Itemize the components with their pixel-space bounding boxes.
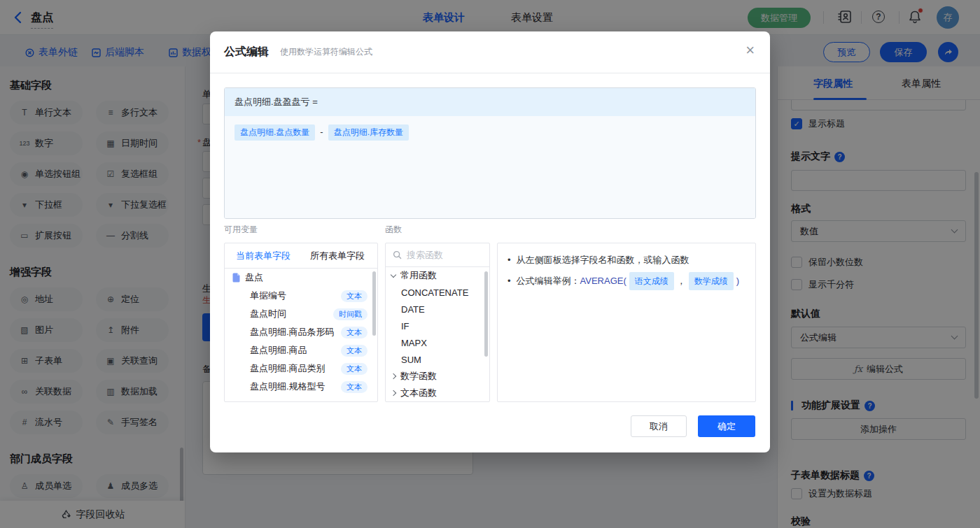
functions-panel-label: 函数 bbox=[385, 224, 402, 236]
function-group-math[interactable]: 数学函数 bbox=[386, 368, 489, 385]
formula-field-chip[interactable]: 盘点明细.盘点数量 bbox=[234, 124, 315, 141]
modal-title: 公式编辑 bbox=[224, 45, 269, 59]
chevron-right-icon bbox=[391, 373, 396, 379]
formula-edit-modal: 公式编辑 使用数学运算符编辑公式 × 盘点明细.盘盈盘亏 = 盘点明细.盘点数量… bbox=[210, 31, 770, 452]
chevron-down-icon bbox=[391, 271, 396, 277]
variables-tabs: 当前表单字段 所有表单字段 bbox=[225, 243, 377, 269]
variable-item[interactable]: 单据编号文本 bbox=[225, 287, 377, 305]
variable-item[interactable]: 盘点明细.规格型号文本 bbox=[225, 378, 377, 396]
modal-subtitle: 使用数学运算符编辑公式 bbox=[280, 46, 372, 58]
hints-panel: 从左侧面板选择字段名和函数，或输入函数 公式编辑举例： AVERAGE( 语文成… bbox=[497, 243, 756, 402]
variable-item[interactable]: 盘点时间时间戳 bbox=[225, 305, 377, 323]
formula-operator: - bbox=[320, 124, 323, 137]
hint-example-function-close: ) bbox=[736, 274, 739, 288]
function-item[interactable]: DATE bbox=[386, 301, 489, 317]
variable-type-badge: 时间戳 bbox=[333, 308, 368, 320]
hint-example-comma: ， bbox=[677, 274, 686, 288]
hint-line-1: 从左侧面板选择字段名和函数，或输入函数 bbox=[506, 253, 747, 267]
function-item[interactable]: CONCATENATE bbox=[386, 284, 489, 301]
function-item[interactable]: IF bbox=[386, 317, 489, 334]
function-search-placeholder: 搜索函数 bbox=[407, 249, 443, 262]
search-icon bbox=[393, 250, 402, 259]
hint-example-prefix: 公式编辑举例： bbox=[517, 274, 580, 288]
variable-type-badge: 文本 bbox=[341, 290, 368, 302]
function-name: CONCATENATE bbox=[401, 287, 468, 298]
function-group-label: 文本函数 bbox=[400, 387, 437, 399]
variable-type-badge: 文本 bbox=[341, 327, 368, 338]
variable-name: 盘点时间 bbox=[250, 308, 286, 320]
variables-scrollbar-thumb[interactable] bbox=[372, 271, 376, 336]
function-item[interactable]: MAPX bbox=[386, 334, 489, 351]
form-document-icon bbox=[232, 273, 241, 283]
variable-type-badge: 文本 bbox=[341, 345, 368, 357]
function-group-label: 常用函数 bbox=[400, 269, 437, 282]
function-name: IF bbox=[401, 321, 410, 331]
formula-field-chip[interactable]: 盘点明细.库存数量 bbox=[328, 124, 409, 141]
variable-name: 盘点明细.商品 bbox=[250, 344, 307, 357]
hint-example-function-open: AVERAGE( bbox=[580, 274, 626, 288]
formula-target: 盘点明细.盘盈盘亏 = bbox=[225, 88, 755, 116]
variable-item[interactable]: 盘点明细.商品条形码文本 bbox=[225, 323, 377, 341]
function-name: MAPX bbox=[401, 338, 427, 348]
hint-text: 从左侧面板选择字段名和函数，或输入函数 bbox=[517, 253, 690, 267]
formula-expression[interactable]: 盘点明细.盘点数量 - 盘点明细.库存数量 bbox=[225, 116, 755, 219]
function-group-common[interactable]: 常用函数 bbox=[386, 267, 489, 284]
function-name: DATE bbox=[401, 304, 425, 315]
tab-current-form-fields[interactable]: 当前表单字段 bbox=[236, 250, 290, 262]
function-group-text[interactable]: 文本函数 bbox=[386, 385, 489, 401]
hint-example-arg-chip: 数学成绩 bbox=[689, 272, 734, 290]
variable-item[interactable]: 盘点明细.商品类别文本 bbox=[225, 359, 377, 378]
variable-name: 盘点明细.规格型号 bbox=[250, 380, 326, 393]
chevron-right-icon bbox=[391, 390, 396, 396]
function-name: SUM bbox=[401, 355, 421, 365]
variable-tree-root[interactable]: 盘点 bbox=[225, 269, 377, 287]
app-window: 盘点 表单设计 表单设置 数据管理 ? 存 表单外链 后 bbox=[0, 0, 980, 528]
functions-panel: 搜索函数 常用函数 CONCATENATE DATE IF MAPX SUM 数… bbox=[385, 243, 490, 402]
confirm-button[interactable]: 确定 bbox=[698, 415, 755, 437]
formula-editor[interactable]: 盘点明细.盘盈盘亏 = 盘点明细.盘点数量 - 盘点明细.库存数量 bbox=[224, 87, 756, 219]
variable-type-badge: 文本 bbox=[341, 363, 368, 375]
variables-panel: 当前表单字段 所有表单字段 盘点 单据编号文本 盘点时间时间戳 盘点明细.商品条… bbox=[224, 243, 378, 402]
function-item[interactable]: SUM bbox=[386, 351, 489, 368]
modal-header: 公式编辑 使用数学运算符编辑公式 bbox=[210, 31, 770, 73]
variable-type-badge: 文本 bbox=[341, 381, 368, 393]
functions-scrollbar-thumb[interactable] bbox=[484, 271, 488, 357]
hint-example-arg-chip: 语文成绩 bbox=[629, 272, 674, 290]
variable-root-label: 盘点 bbox=[245, 271, 263, 284]
variable-name: 盘点明细.商品条形码 bbox=[250, 326, 335, 338]
variable-item[interactable]: 盘点明细.商品文本 bbox=[225, 341, 377, 359]
function-search[interactable]: 搜索函数 bbox=[386, 243, 489, 267]
function-group-label: 数学函数 bbox=[400, 370, 437, 383]
variable-name: 单据编号 bbox=[250, 290, 286, 302]
variable-name: 盘点明细.商品类别 bbox=[250, 362, 326, 375]
cancel-button[interactable]: 取消 bbox=[631, 415, 687, 437]
variables-panel-label: 可用变量 bbox=[224, 224, 258, 236]
hint-line-2: 公式编辑举例： AVERAGE( 语文成绩 ， 数学成绩 ) bbox=[506, 272, 747, 290]
close-icon[interactable]: × bbox=[746, 43, 755, 58]
tab-all-form-fields[interactable]: 所有表单字段 bbox=[310, 250, 365, 262]
